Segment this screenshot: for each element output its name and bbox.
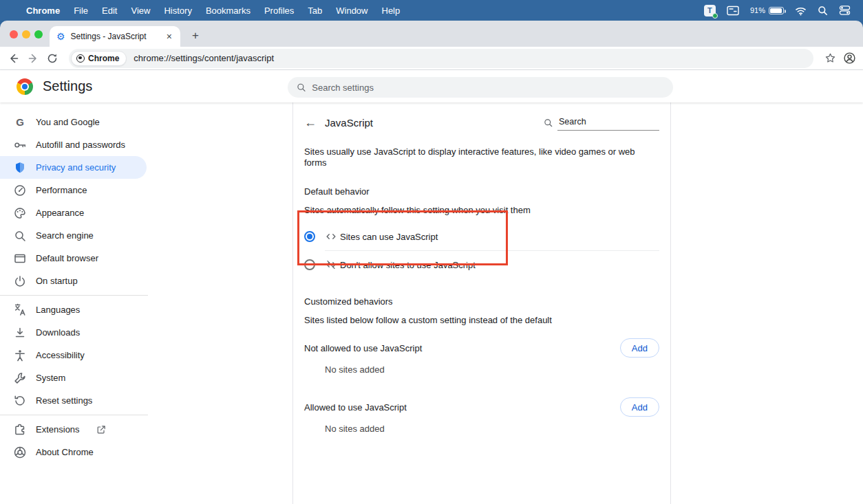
tab-strip: ⚙ Settings - JavaScript × + <box>0 21 863 47</box>
menu-history[interactable]: History <box>157 6 198 16</box>
sidebar-item-search-engine[interactable]: Search engine <box>0 224 148 247</box>
browser-window: ⚙ Settings - JavaScript × + Chrome ch <box>0 21 863 504</box>
profile-avatar-icon[interactable] <box>840 49 859 68</box>
settings-body: G You and Google Autofill and passwords … <box>0 102 863 504</box>
download-icon <box>13 326 27 340</box>
site-chip-label: Chrome <box>88 54 119 63</box>
javascript-settings-card: ← JavaScript Sites usually use JavaScrip… <box>292 102 671 504</box>
code-off-icon <box>325 259 337 271</box>
settings-search-input[interactable] <box>312 83 665 93</box>
wrench-icon <box>13 371 27 385</box>
add-allowed-site-button[interactable]: Add <box>620 397 659 417</box>
back-arrow-button[interactable]: ← <box>304 116 318 129</box>
sidebar-item-on-startup[interactable]: On startup <box>0 270 148 292</box>
translate-icon <box>13 303 27 317</box>
subpage-search[interactable] <box>543 115 659 131</box>
sidebar-item-languages[interactable]: Languages <box>0 298 148 321</box>
default-behavior-subtitle: Sites automatically follow this setting … <box>304 205 659 216</box>
external-link-icon <box>96 424 107 435</box>
blocked-list-header: Not allowed to use JavaScript Add <box>304 337 659 359</box>
menu-bookmarks[interactable]: Bookmarks <box>199 6 257 16</box>
speedometer-icon <box>13 184 27 197</box>
power-icon <box>13 274 27 288</box>
search-icon <box>296 82 306 93</box>
minimize-window-button[interactable] <box>22 30 30 39</box>
chrome-logo-icon <box>17 78 33 95</box>
sidebar-item-default-browser[interactable]: Default browser <box>0 247 148 270</box>
menu-view[interactable]: View <box>124 6 157 16</box>
sidebar-item-reset-settings[interactable]: Reset settings <box>0 389 148 412</box>
radio-option-block-javascript[interactable]: Don't allow sites to use JavaScript <box>304 251 659 278</box>
subpage-search-input[interactable] <box>559 117 658 127</box>
puzzle-icon <box>13 423 27 437</box>
sidebar-item-appearance[interactable]: Appearance <box>0 201 148 224</box>
menu-tab[interactable]: Tab <box>301 6 329 16</box>
sidebar-item-extensions[interactable]: Extensions <box>0 418 148 441</box>
address-bar[interactable]: Chrome chrome://settings/content/javascr… <box>69 49 813 68</box>
menu-help[interactable]: Help <box>375 6 407 16</box>
reload-button[interactable] <box>43 49 62 68</box>
page-title: JavaScript <box>325 117 373 129</box>
blocked-list-empty: No sites added <box>325 364 659 375</box>
menu-edit[interactable]: Edit <box>95 6 124 16</box>
radio-option-allow-javascript[interactable]: Sites can use JavaScript <box>304 223 659 250</box>
spotlight-search-icon[interactable] <box>818 6 828 16</box>
tab-title: Settings - JavaScript <box>71 32 165 41</box>
sidebar-divider <box>0 295 148 296</box>
key-icon <box>13 138 27 152</box>
settings-gear-favicon: ⚙ <box>56 32 65 41</box>
sidebar-item-system[interactable]: System <box>0 366 148 389</box>
magnifier-icon <box>13 229 27 243</box>
settings-sidebar: G You and Google Autofill and passwords … <box>0 102 148 504</box>
menu-window[interactable]: Window <box>329 6 374 16</box>
sidebar-item-downloads[interactable]: Downloads <box>0 321 148 344</box>
sidebar-item-you-and-google[interactable]: G You and Google <box>0 111 148 133</box>
tab-settings-javascript[interactable]: ⚙ Settings - JavaScript × <box>50 26 180 47</box>
reset-icon <box>13 394 27 408</box>
settings-header: Settings <box>0 70 863 102</box>
add-blocked-site-button[interactable]: Add <box>620 338 659 358</box>
palette-icon <box>13 206 27 220</box>
radio-selected[interactable] <box>304 231 315 242</box>
menu-profiles[interactable]: Profiles <box>257 6 301 16</box>
control-center-icon[interactable] <box>839 5 851 16</box>
maximize-window-button[interactable] <box>34 30 43 39</box>
browser-toolbar: Chrome chrome://settings/content/javascr… <box>0 47 863 70</box>
menu-file[interactable]: File <box>67 6 95 16</box>
chrome-outline-icon <box>13 446 27 459</box>
search-icon <box>543 118 553 128</box>
chrome-mini-logo-icon <box>76 54 85 63</box>
macos-menubar: Chrome File Edit View History Bookmarks … <box>0 0 863 21</box>
sidebar-item-privacy-security[interactable]: Privacy and security <box>0 156 147 179</box>
page-description: Sites usually use JavaScript to display … <box>304 146 659 168</box>
accessibility-icon <box>13 349 27 362</box>
customized-behaviors-subtitle: Sites listed below follow a custom setti… <box>304 315 659 326</box>
status-window-icon[interactable] <box>727 6 739 16</box>
sidebar-item-about-chrome[interactable]: About Chrome <box>0 441 148 463</box>
sidebar-item-performance[interactable]: Performance <box>0 179 148 201</box>
screen: Chrome File Edit View History Bookmarks … <box>0 0 863 504</box>
back-button[interactable] <box>4 49 23 68</box>
new-tab-button[interactable]: + <box>187 28 204 44</box>
default-behavior-heading: Default behavior <box>304 186 659 197</box>
sidebar-item-accessibility[interactable]: Accessibility <box>0 344 148 366</box>
menu-app-name[interactable]: Chrome <box>19 6 67 16</box>
google-g-icon: G <box>13 116 27 129</box>
settings-search[interactable] <box>288 77 673 98</box>
radio-unselected[interactable] <box>304 259 315 270</box>
content-column: ← JavaScript Sites usually use JavaScrip… <box>148 102 863 504</box>
sidebar-item-autofill[interactable]: Autofill and passwords <box>0 133 148 156</box>
battery-percent: 91% <box>750 6 765 14</box>
settings-title: Settings <box>43 78 92 94</box>
status-app-badge-icon[interactable]: T <box>704 5 716 17</box>
forward-button[interactable] <box>23 49 43 68</box>
battery-indicator[interactable]: 91% <box>750 6 784 14</box>
browser-window-icon <box>13 252 27 265</box>
wifi-icon[interactable] <box>795 6 807 16</box>
tab-close-icon[interactable]: × <box>165 31 173 42</box>
allowed-list-empty: No sites added <box>325 424 659 435</box>
bookmark-star-icon[interactable] <box>820 49 840 68</box>
close-window-button[interactable] <box>10 30 18 39</box>
site-info-chip[interactable]: Chrome <box>71 51 127 66</box>
url-text: chrome://settings/content/javascript <box>134 53 274 63</box>
